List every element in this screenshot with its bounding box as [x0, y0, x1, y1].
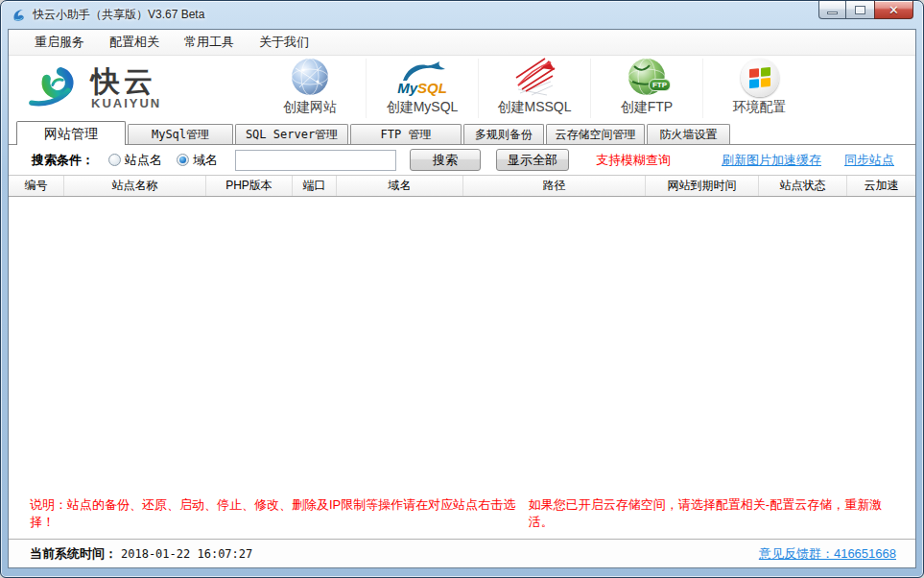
search-input[interactable]: [235, 150, 396, 171]
window-title: 快云小助手（共享版）V3.67 Beta: [33, 7, 204, 23]
column-domain[interactable]: 域名: [337, 176, 463, 196]
minimize-button[interactable]: [818, 1, 846, 19]
search-bar: 搜索条件： 站点名 域名 搜索 显示全部 支持模糊查询 刷新图片加速缓存 同步站…: [9, 145, 915, 176]
show-all-button[interactable]: 显示全部: [496, 149, 569, 171]
create-mssql-button[interactable]: 创建MSSQL: [479, 59, 591, 118]
tool-label: 创建网站: [283, 99, 337, 116]
column-cloud-acceleration[interactable]: 云加速: [847, 176, 915, 196]
feedback-group-link[interactable]: 意见反馈群：416651668: [759, 545, 896, 563]
brand-text: 快云 KUAIYUN: [91, 66, 161, 111]
tool-label: 环境配置: [733, 99, 787, 116]
tab-firewall-settings[interactable]: 防火墙设置: [647, 124, 730, 144]
tab-cloud-storage-management[interactable]: 云存储空间管理: [546, 124, 645, 144]
site-table-body[interactable]: [9, 197, 915, 496]
system-time-value: 2018-01-22 16:07:27: [121, 547, 252, 561]
fuzzy-query-hint: 支持模糊查询: [596, 152, 671, 169]
tool-label: 创建FTP: [621, 99, 673, 116]
refresh-image-cache-link[interactable]: 刷新图片加速缓存: [722, 152, 821, 169]
menu-about-us[interactable]: 关于我们: [247, 30, 321, 55]
radio-site-name[interactable]: 站点名: [108, 152, 162, 169]
create-website-button[interactable]: 创建网站: [254, 59, 367, 118]
sync-sites-link[interactable]: 同步站点: [844, 152, 894, 169]
tab-strip: 网站管理 MySql管理 SQL Server管理 FTP 管理 多规则备份 云…: [9, 121, 915, 145]
menu-common-tools[interactable]: 常用工具: [172, 30, 247, 55]
search-button[interactable]: 搜索: [410, 149, 481, 171]
column-site-status[interactable]: 站点状态: [759, 176, 847, 196]
radio-checked-icon[interactable]: [177, 154, 189, 166]
column-port[interactable]: 端口: [293, 176, 337, 196]
column-site-name[interactable]: 站点名称: [64, 176, 206, 196]
mssql-icon: [512, 57, 557, 97]
search-condition-label: 搜索条件：: [32, 152, 94, 169]
toolbar-actions: 创建网站 MySQL 创建MySQL: [254, 56, 915, 121]
windows-icon: [741, 59, 779, 97]
column-path[interactable]: 路径: [463, 176, 646, 196]
tool-label: 创建MSSQL: [497, 99, 571, 116]
toolbar: 快云 KUAIYUN: [9, 56, 915, 121]
menu-config[interactable]: 配置相关: [97, 30, 172, 55]
menu-restart-services[interactable]: 重启服务: [22, 30, 97, 55]
radio-domain[interactable]: 域名: [177, 152, 218, 169]
minimize-icon: [827, 12, 838, 14]
tab-website-management[interactable]: 网站管理: [16, 121, 126, 145]
site-table-header: 编号 站点名称 PHP版本 端口 域名 路径 网站到期时间 站点状态 云加速: [9, 176, 915, 197]
system-time-label: 当前系统时间：: [30, 545, 117, 563]
mysql-wordmark: MySQL: [397, 81, 447, 95]
notes-row: 说明：站点的备份、还原、启动、停止、修改、删除及IP限制等操作请在对应站点右击选…: [9, 496, 915, 539]
note-right: 如果您已开启云存储空间，请选择配置相关-配置云存储，重新激活。: [529, 496, 898, 531]
app-logo-icon: [12, 8, 27, 23]
ftp-badge: FTP: [649, 79, 671, 91]
column-id[interactable]: 编号: [9, 176, 64, 196]
tab-mysql-management[interactable]: MySql管理: [128, 124, 233, 144]
create-mysql-button[interactable]: MySQL 创建MySQL: [367, 59, 479, 118]
status-bar: 当前系统时间： 2018-01-22 16:07:27 意见反馈群：416651…: [9, 539, 915, 567]
maximize-button[interactable]: [846, 1, 874, 19]
menu-bar: 重启服务 配置相关 常用工具 关于我们: [9, 30, 915, 56]
tab-ftp-management[interactable]: FTP 管理: [350, 124, 462, 144]
close-button[interactable]: ✕: [874, 1, 913, 19]
app-window: 快云小助手（共享版）V3.67 Beta ✕ 重启服务 配置相关 常用工具 关于…: [0, 0, 924, 578]
ftp-globe-icon: FTP: [627, 57, 667, 97]
tab-sqlserver-management[interactable]: SQL Server管理: [235, 124, 348, 144]
brand-name-cn: 快云: [91, 66, 161, 97]
radio-icon[interactable]: [108, 154, 121, 166]
column-expire-time[interactable]: 网站到期时间: [646, 176, 759, 196]
mysql-icon: MySQL: [397, 59, 447, 97]
window-controls: ✕: [818, 1, 913, 19]
create-ftp-button[interactable]: FTP 创建FTP: [591, 59, 703, 118]
brand-logo: 快云 KUAIYUN: [24, 60, 212, 116]
close-icon: ✕: [888, 4, 899, 16]
brand-name-en: KUAIYUN: [91, 96, 161, 110]
title-bar[interactable]: 快云小助手（共享版）V3.67 Beta ✕: [1, 1, 923, 29]
radio-site-name-label: 站点名: [125, 152, 162, 169]
maximize-icon: [855, 6, 865, 14]
tool-label: 创建MySQL: [387, 99, 459, 116]
kuaiyun-swirl-icon: [24, 60, 83, 116]
tab-multi-rule-backup[interactable]: 多规则备份: [463, 124, 544, 144]
client-area: 重启服务 配置相关 常用工具 关于我们: [8, 29, 916, 568]
column-php-version[interactable]: PHP版本: [206, 176, 293, 196]
note-left: 说明：站点的备份、还原、启动、停止、修改、删除及IP限制等操作请在对应站点右击选…: [30, 496, 529, 531]
radio-domain-label: 域名: [193, 152, 218, 169]
environment-config-button[interactable]: 环境配置: [703, 59, 816, 118]
globe-blue-icon: [290, 57, 330, 97]
